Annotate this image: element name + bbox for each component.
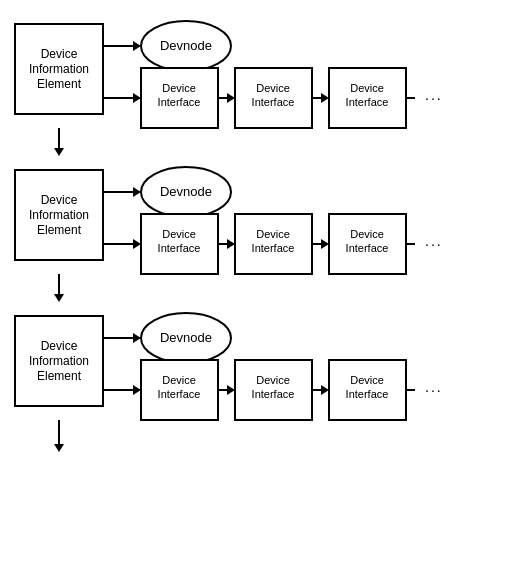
svg-text:Interface: Interface (158, 96, 201, 108)
svg-marker-38 (133, 239, 141, 249)
svg-text:Device: Device (41, 47, 78, 61)
svg-text:Device: Device (162, 82, 196, 94)
svg-text:Device: Device (256, 374, 290, 386)
svg-marker-71 (227, 385, 235, 395)
svg-text:Interface: Interface (346, 96, 389, 108)
svg-text:Element: Element (37, 223, 82, 237)
svg-text:···: ··· (425, 382, 443, 398)
diagram: Device Information Element Devnode Devic… (0, 0, 530, 462)
svg-text:Devnode: Devnode (160, 330, 212, 345)
svg-text:Interface: Interface (346, 242, 389, 254)
svg-text:Interface: Interface (252, 96, 295, 108)
svg-text:Information: Information (29, 62, 89, 76)
group-3: Device Information Element Devnode Devic… (5, 302, 525, 452)
group-1: Device Information Element Devnode Devic… (5, 10, 525, 156)
group-2: Device Information Element Devnode Devic… (5, 156, 525, 302)
svg-text:Device: Device (350, 374, 384, 386)
svg-text:Information: Information (29, 208, 89, 222)
v-connector-2 (5, 274, 105, 302)
svg-text:Element: Element (37, 369, 82, 383)
svg-text:···: ··· (425, 236, 443, 252)
svg-marker-15 (227, 93, 235, 103)
svg-text:Device: Device (41, 339, 78, 353)
svg-marker-62 (133, 333, 141, 343)
svg-text:Device: Device (350, 228, 384, 240)
svg-marker-43 (227, 239, 235, 249)
v-tail (5, 420, 105, 452)
v-connector-1 (5, 128, 105, 156)
svg-marker-10 (133, 93, 141, 103)
svg-text:Interface: Interface (346, 388, 389, 400)
svg-text:Interface: Interface (252, 242, 295, 254)
svg-text:Device: Device (256, 228, 290, 240)
svg-text:Interface: Interface (158, 388, 201, 400)
svg-text:···: ··· (425, 90, 443, 106)
svg-marker-6 (133, 41, 141, 51)
svg-text:Device: Device (350, 82, 384, 94)
svg-marker-76 (321, 385, 329, 395)
svg-text:Device: Device (256, 82, 290, 94)
svg-marker-34 (133, 187, 141, 197)
svg-marker-27 (54, 148, 64, 156)
svg-text:Devnode: Devnode (160, 38, 212, 53)
svg-text:Information: Information (29, 354, 89, 368)
svg-text:Element: Element (37, 77, 82, 91)
svg-marker-55 (54, 294, 64, 302)
group-2-svg: Device Information Element Devnode Devic… (5, 156, 525, 274)
svg-text:Devnode: Devnode (160, 184, 212, 199)
svg-marker-66 (133, 385, 141, 395)
svg-text:Interface: Interface (252, 388, 295, 400)
svg-text:Device: Device (162, 228, 196, 240)
svg-text:Device: Device (162, 374, 196, 386)
svg-text:Interface: Interface (158, 242, 201, 254)
group-3-svg: Device Information Element Devnode Devic… (5, 302, 525, 420)
svg-marker-20 (321, 93, 329, 103)
group-1-svg: Device Information Element Devnode Devic… (5, 10, 525, 128)
svg-marker-83 (54, 444, 64, 452)
svg-text:Device: Device (41, 193, 78, 207)
svg-marker-48 (321, 239, 329, 249)
